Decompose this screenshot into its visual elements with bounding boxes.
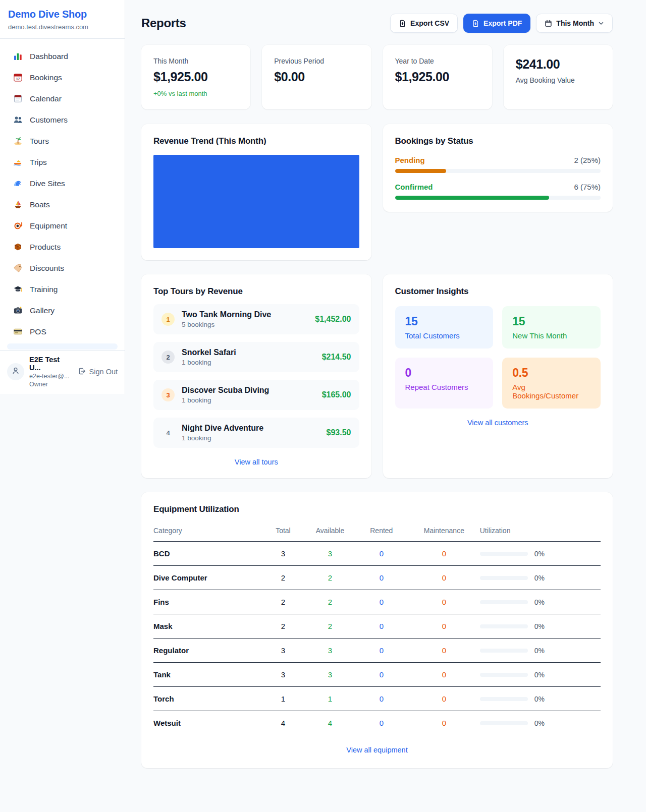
sidebar-item-label: Bookings [30, 73, 62, 82]
sidebar-item-products[interactable]: Products [6, 238, 119, 256]
svg-text:17: 17 [16, 77, 20, 81]
view-all-equipment-link[interactable]: View all equipment [153, 746, 601, 754]
user-email: e2e-tester@... [29, 373, 73, 380]
equipment-utilization: 0% [480, 598, 601, 606]
sidebar-item-customers[interactable]: Customers [6, 110, 119, 129]
rank-badge: 3 [162, 388, 175, 401]
tour-row-night-dive-adventure[interactable]: 4Night Dive Adventure1 booking$93.50 [153, 418, 359, 448]
sidebar-item-trips[interactable]: Trips [6, 153, 119, 171]
equipment-row-wetsuit: Wetsuit44000% [153, 711, 601, 735]
equipment-maintenance: 0 [408, 663, 480, 687]
view-all-tours-link[interactable]: View all tours [153, 458, 359, 466]
equipment-row-regulator: Regulator33000% [153, 639, 601, 663]
export-pdf-button[interactable]: Export PDF [463, 14, 530, 33]
stat-label: Year to Date [395, 57, 480, 65]
utilization-percent: 0% [534, 550, 545, 558]
stat-value: $1,925.00 [153, 70, 238, 84]
utilization-track [480, 600, 528, 604]
sidebar-item-pos[interactable]: POS [6, 322, 119, 341]
sign-out-label: Sign Out [89, 368, 118, 376]
tour-name: Discover Scuba Diving [182, 386, 269, 395]
export-csv-button[interactable]: Export CSV [390, 14, 458, 33]
utilization-percent: 0% [534, 671, 545, 679]
stat-card-year-to-date: Year to Date$1,925.00 [383, 45, 492, 109]
equipment-rented: 0 [355, 639, 408, 663]
sidebar-item-tours[interactable]: Tours [6, 132, 119, 150]
top-tours-list: 1Two Tank Morning Dive5 bookings$1,452.0… [153, 304, 359, 448]
tour-row-discover-scuba-diving[interactable]: 3Discover Scuba Diving1 booking$165.00 [153, 380, 359, 410]
charts-row: Revenue Trend (This Month) Bookings by S… [141, 124, 613, 260]
sidebar-item-label: Gallery [30, 306, 55, 315]
utilization-percent: 0% [534, 647, 545, 655]
insight-label: Repeat Customers [405, 383, 483, 391]
utilization-percent: 0% [534, 695, 545, 703]
utilization-track [480, 721, 528, 725]
sidebar-item-boats[interactable]: Boats [6, 195, 119, 214]
stat-label: Previous Period [274, 57, 359, 65]
sidebar-item-bookings[interactable]: 17Bookings [6, 68, 119, 87]
sidebar-item-equipment[interactable]: Equipment [6, 216, 119, 235]
view-all-customers-link[interactable]: View all customers [395, 419, 601, 427]
equipment-utilization: 0% [480, 671, 601, 679]
sailboat-icon [13, 200, 23, 209]
equipment-header-row: CategoryTotalAvailableRentedMaintenanceU… [153, 521, 601, 542]
equipment-rented: 0 [355, 663, 408, 687]
calendar-date-icon: 17 [13, 73, 23, 82]
insight-tile-new-this-month: 15New This Month [502, 306, 601, 349]
status-label: Pending [395, 156, 425, 164]
utilization-track [480, 697, 528, 701]
stat-card-previous-period: Previous Period$0.00 [262, 45, 371, 109]
stat-card-avg-booking-value: $241.00Avg Booking Value [504, 45, 613, 109]
sidebar-item-label: POS [30, 327, 46, 336]
insight-tile-repeat-customers: 0Repeat Customers [395, 358, 494, 409]
equipment-rented: 0 [355, 542, 408, 566]
file-download-icon [472, 20, 479, 27]
user-name: E2E Test U... [29, 356, 73, 372]
revenue-trend-card: Revenue Trend (This Month) [141, 124, 371, 260]
tear-off-calendar-icon [13, 94, 23, 103]
status-count: 2 (25%) [574, 156, 601, 164]
equipment-category: BCD [153, 542, 261, 566]
user-avatar [7, 363, 24, 380]
stat-delta: +0% vs last month [153, 90, 238, 97]
credit-card-icon [13, 327, 23, 336]
equipment-available: 3 [305, 639, 354, 663]
bar-chart-icon [13, 51, 23, 61]
sidebar-item-label: Trips [30, 158, 47, 167]
sidebar-item-reports-active[interactable] [7, 343, 118, 350]
stat-value: $241.00 [516, 57, 601, 72]
equipment-maintenance: 0 [408, 639, 480, 663]
equipment-total: 2 [261, 614, 306, 639]
sidebar-item-training[interactable]: Training [6, 280, 119, 299]
equipment-category: Mask [153, 614, 261, 639]
header-actions: Export CSV Export PDF This Month [390, 14, 613, 33]
user-footer: E2E Test U... e2e-tester@... Owner Sign … [0, 350, 125, 394]
tour-name: Night Dive Adventure [182, 424, 263, 433]
sidebar-item-label: Boats [30, 200, 50, 209]
stat-value: $1,925.00 [395, 70, 480, 84]
sidebar-item-dashboard[interactable]: Dashboard [6, 47, 119, 66]
tour-row-two-tank-morning-dive[interactable]: 1Two Tank Morning Dive5 bookings$1,452.0… [153, 304, 359, 334]
island-icon [13, 136, 23, 146]
rank-badge: 1 [162, 313, 175, 326]
equipment-total: 1 [261, 687, 306, 711]
camera-icon [13, 306, 23, 315]
file-download-icon [399, 20, 406, 27]
equipment-maintenance: 0 [408, 542, 480, 566]
equipment-row-fins: Fins22000% [153, 590, 601, 614]
tour-row-snorkel-safari[interactable]: 2Snorkel Safari1 booking$214.50 [153, 342, 359, 372]
equipment-col-rented: Rented [355, 521, 408, 542]
sign-out-button[interactable]: Sign Out [78, 367, 118, 377]
sidebar-item-calendar[interactable]: Calendar [6, 89, 119, 108]
sidebar-item-dive-sites[interactable]: Dive Sites [6, 174, 119, 193]
period-select[interactable]: This Month [536, 14, 613, 33]
sidebar-item-discounts[interactable]: Discounts [6, 259, 119, 277]
equipment-utilization: 0% [480, 550, 601, 558]
person-icon [11, 366, 20, 377]
equipment-col-available: Available [305, 521, 354, 542]
utilization-track [480, 576, 528, 580]
sidebar-item-gallery[interactable]: Gallery [6, 301, 119, 320]
package-icon [13, 242, 23, 252]
user-info: E2E Test U... e2e-tester@... Owner [29, 356, 73, 388]
tour-revenue: $1,452.00 [315, 315, 351, 324]
